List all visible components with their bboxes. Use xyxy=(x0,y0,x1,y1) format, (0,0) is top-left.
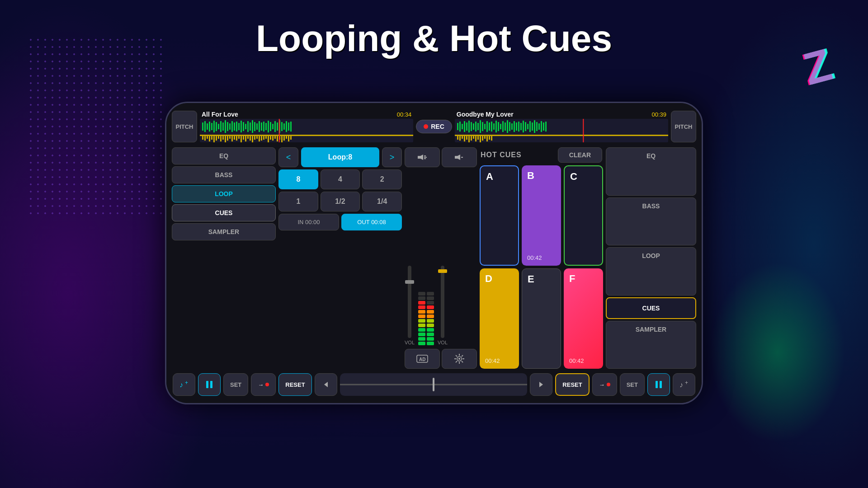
svg-rect-129 xyxy=(466,136,467,140)
svg-rect-109 xyxy=(514,121,515,132)
reset-right-btn[interactable]: RESET xyxy=(555,373,589,396)
svg-rect-12 xyxy=(227,122,228,131)
loop-left-btn[interactable]: LOOP xyxy=(172,185,276,202)
pitch-right-btn[interactable]: PITCH xyxy=(671,111,696,142)
ad-icon-btn[interactable]: AD xyxy=(405,349,440,369)
eq-right-btn[interactable]: EQ xyxy=(606,147,696,196)
arrow-dot-left-btn[interactable]: → xyxy=(251,373,276,396)
loop-cell-1[interactable]: 1 xyxy=(278,192,318,211)
waveform-left-canvas[interactable] xyxy=(200,119,413,142)
vu-bar xyxy=(427,342,434,345)
svg-rect-131 xyxy=(471,136,472,141)
mixer-vol-down-btn[interactable] xyxy=(442,147,477,167)
svg-rect-101 xyxy=(495,121,497,132)
loop-display-btn[interactable]: Loop:8 xyxy=(301,147,379,167)
svg-rect-147 xyxy=(455,156,458,159)
cue-pad-f[interactable]: F 00:42 xyxy=(564,268,603,369)
progress-thumb[interactable] xyxy=(433,378,434,391)
svg-rect-29 xyxy=(265,123,267,130)
svg-rect-102 xyxy=(498,122,499,131)
mixer-vol-up-btn[interactable] xyxy=(405,147,440,167)
loop-grid: 8 4 2 1 1/2 1/4 xyxy=(278,169,402,211)
right-fader: VOL xyxy=(438,266,448,345)
loop-cell-4[interactable]: 4 xyxy=(321,169,360,189)
svg-rect-111 xyxy=(518,122,519,131)
cue-c-letter: C xyxy=(570,171,597,183)
svg-rect-82 xyxy=(279,119,280,142)
svg-rect-141 xyxy=(583,119,584,142)
pitch-left-btn[interactable]: PITCH xyxy=(172,111,197,142)
loop-cell-quarter[interactable]: 1/4 xyxy=(362,192,402,211)
svg-rect-98 xyxy=(489,122,490,131)
svg-rect-135 xyxy=(480,136,481,142)
right-fader-thumb[interactable] xyxy=(438,269,447,273)
set-right-btn[interactable]: SET xyxy=(620,373,645,396)
progress-bar[interactable] xyxy=(340,373,528,396)
cue-pad-e[interactable]: E xyxy=(522,268,561,369)
cue-pad-a[interactable]: A xyxy=(480,165,519,266)
svg-rect-31 xyxy=(270,122,271,131)
music-note-left-btn[interactable]: ♪ + xyxy=(173,373,195,396)
clear-button[interactable]: CLEAR xyxy=(558,147,602,163)
loop-cell-8[interactable]: 8 xyxy=(278,169,318,189)
cue-pad-d[interactable]: D 00:42 xyxy=(480,268,519,369)
svg-rect-3 xyxy=(207,123,208,130)
left-fader: VOL xyxy=(405,266,415,345)
vu-bar xyxy=(427,305,434,309)
svg-rect-50 xyxy=(220,136,222,141)
sampler-right-btn[interactable]: SAMPLER xyxy=(606,321,696,369)
cue-pad-c[interactable]: C xyxy=(564,165,603,266)
loop-out-btn[interactable]: OUT 00:08 xyxy=(341,214,402,230)
loop-section: < Loop:8 > 8 4 2 1 1/2 1/4 IN 00:00 OUT … xyxy=(278,147,402,369)
svg-rect-33 xyxy=(274,121,276,132)
track-right-name: Goodbye My Lover xyxy=(457,111,514,118)
next-arrow-btn[interactable] xyxy=(530,373,552,396)
svg-rect-25 xyxy=(256,123,258,130)
loop-cell-half[interactable]: 1/2 xyxy=(321,192,360,211)
svg-rect-4 xyxy=(209,122,210,131)
svg-rect-125 xyxy=(457,136,458,140)
waveform-right-canvas[interactable] xyxy=(455,119,668,142)
set-left-btn[interactable]: SET xyxy=(223,373,248,396)
left-fader-track[interactable] xyxy=(408,266,411,338)
cues-right-btn[interactable]: CUES xyxy=(606,297,696,319)
loop-next-btn[interactable]: > xyxy=(382,147,402,167)
cues-left-btn[interactable]: CUES xyxy=(172,204,276,221)
left-fader-thumb[interactable] xyxy=(405,280,414,284)
reset-left-btn[interactable]: RESET xyxy=(278,373,311,396)
right-fader-track[interactable] xyxy=(441,266,444,338)
hot-cues-title: HOT CUES xyxy=(481,151,522,159)
pause-left-btn[interactable] xyxy=(198,373,221,396)
transport-section: ♪ + SET → RESET xyxy=(170,370,698,399)
loop-in-btn[interactable]: IN 00:00 xyxy=(278,214,339,230)
svg-text:+: + xyxy=(685,380,688,386)
pause-right-btn[interactable] xyxy=(647,373,670,396)
cue-pad-b[interactable]: B 00:42 xyxy=(522,165,561,266)
track-left-time: 00:34 xyxy=(397,111,412,118)
svg-rect-65 xyxy=(254,136,255,140)
bass-right-btn[interactable]: BASS xyxy=(606,197,696,245)
vu-meters xyxy=(416,273,436,345)
sampler-left-btn[interactable]: SAMPLER xyxy=(172,223,276,240)
rec-button[interactable]: REC xyxy=(416,120,452,133)
svg-rect-78 xyxy=(283,136,285,141)
svg-rect-119 xyxy=(536,122,538,131)
svg-line-159 xyxy=(462,361,463,362)
arrow-dot-right-btn[interactable]: → xyxy=(592,373,617,396)
eq-left-btn[interactable]: EQ xyxy=(172,147,276,164)
prev-arrow-btn[interactable] xyxy=(315,373,337,396)
svg-rect-23 xyxy=(252,120,253,133)
svg-point-153 xyxy=(458,358,460,360)
svg-rect-45 xyxy=(209,136,210,141)
main-section: EQ BASS LOOP CUES SAMPLER < Loop:8 > 8 4… xyxy=(170,146,698,370)
settings-icon-btn[interactable] xyxy=(442,349,477,369)
bass-left-btn[interactable]: BASS xyxy=(172,166,276,183)
loop-cell-2[interactable]: 2 xyxy=(362,169,402,189)
loop-right-btn[interactable]: LOOP xyxy=(606,247,696,296)
svg-rect-59 xyxy=(241,136,242,142)
right-vol-label: VOL xyxy=(438,340,448,345)
svg-rect-71 xyxy=(268,136,269,142)
vu-bar xyxy=(418,333,425,336)
music-note-right-btn[interactable]: ♪ + xyxy=(673,373,695,396)
loop-prev-btn[interactable]: < xyxy=(278,147,298,167)
